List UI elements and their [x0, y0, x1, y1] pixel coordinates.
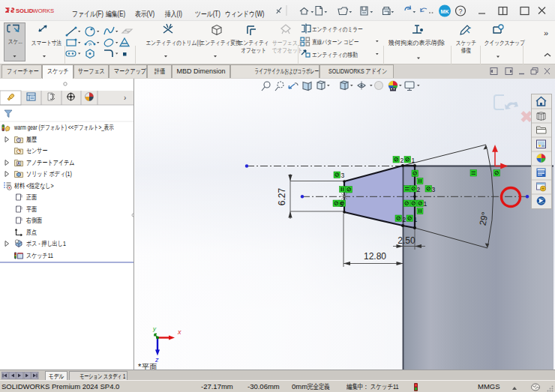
svg-text:5: 5: [340, 201, 344, 208]
svg-text:MK: MK: [441, 9, 449, 14]
svg-text:1: 1: [414, 216, 418, 223]
svg-text:›: ›: [124, 94, 126, 102]
svg-text:2: 2: [417, 186, 421, 193]
svg-text:SOLID: SOLID: [16, 7, 34, 14]
svg-text:WORKS: WORKS: [33, 7, 55, 14]
svg-text:3: 3: [341, 172, 345, 179]
svg-text:»: »: [544, 28, 548, 37]
svg-text:y: y: [152, 325, 157, 332]
svg-text:3: 3: [432, 186, 436, 193]
svg-text:x: x: [177, 328, 182, 336]
svg-text:1: 1: [412, 157, 416, 164]
svg-text:1: 1: [424, 200, 428, 208]
svg-text:2.50: 2.50: [398, 235, 416, 246]
svg-text:12.80: 12.80: [364, 251, 386, 262]
svg-text:A: A: [17, 161, 20, 166]
svg-text:2: 2: [400, 157, 404, 164]
svg-text:?: ?: [458, 7, 462, 15]
svg-text:6.27: 6.27: [277, 187, 287, 205]
svg-text:2: 2: [403, 216, 406, 223]
svg-text:*平面: *平面: [138, 362, 157, 370]
